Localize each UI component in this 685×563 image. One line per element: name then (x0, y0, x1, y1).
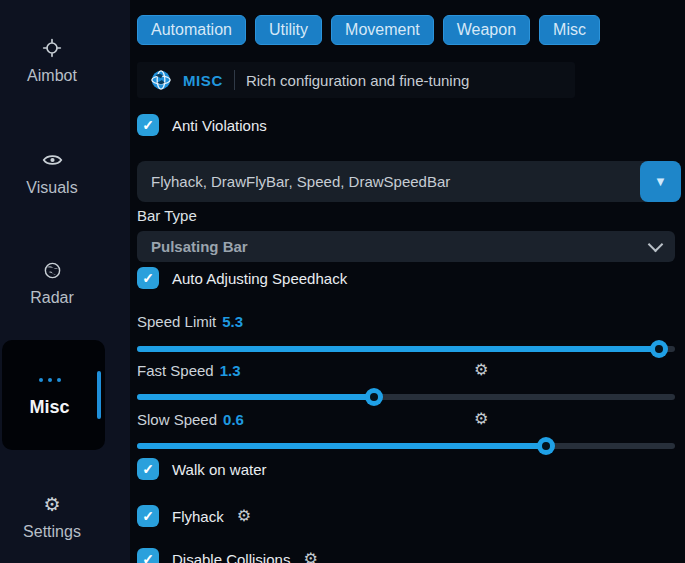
sidebar-item-misc-active[interactable]: Misc (2, 340, 105, 450)
active-indicator-bar (97, 371, 101, 419)
check-icon: ✓ (142, 508, 154, 524)
slider-value: 0.6 (223, 411, 244, 428)
slider-fill (137, 346, 659, 352)
ellipsis-icon (2, 378, 97, 382)
check-icon: ✓ (142, 551, 154, 563)
sidebar-item-label: Misc (2, 397, 97, 418)
check-icon: ✓ (142, 461, 154, 477)
tab-misc[interactable]: Misc (539, 15, 600, 45)
checkbox-label: Walk on water (172, 461, 266, 478)
flyhack-row: ✓ Flyhack ⚙ (137, 505, 251, 527)
slider-label-text: Speed Limit (137, 313, 216, 330)
anti-violations-checkbox[interactable]: ✓ (137, 114, 159, 136)
globe-icon (150, 69, 172, 91)
tab-automation[interactable]: Automation (137, 15, 246, 45)
tab-weapon[interactable]: Weapon (443, 15, 530, 45)
auto-adjusting-speedhack-row: ✓ Auto Adjusting Speedhack (137, 267, 347, 289)
bar-flags-select[interactable]: Flyhack, DrawFlyBar, Speed, DrawSpeedBar… (137, 161, 681, 202)
check-icon: ✓ (142, 117, 154, 133)
sidebar-item-label: Radar (0, 289, 104, 307)
bar-type-value: Pulsating Bar (151, 238, 248, 255)
speed-limit-label: Speed Limit5.3 (137, 313, 243, 331)
sidebar-item-visuals[interactable]: Visuals (0, 150, 104, 197)
slider-label-text: Fast Speed (137, 362, 214, 379)
gear-icon[interactable]: ⚙ (237, 508, 251, 524)
anti-violations-row: ✓ Anti Violations (137, 114, 267, 136)
crosshair-icon (0, 38, 104, 58)
section-title: MISC (183, 72, 223, 89)
checkbox-label: Flyhack (172, 508, 224, 525)
bar-type-label: Bar Type (137, 207, 197, 224)
sidebar-item-label: Aimbot (0, 67, 104, 85)
section-header: MISC Rich configuration and fine-tuning (137, 62, 575, 98)
disable-collisions-checkbox[interactable]: ✓ (137, 548, 159, 563)
sidebar: Aimbot Visuals Radar Mi (0, 0, 130, 563)
slider-label-text: Slow Speed (137, 411, 217, 428)
slider-thumb[interactable] (650, 340, 668, 358)
checkbox-label: Anti Violations (172, 117, 267, 134)
header-divider (234, 70, 235, 90)
walk-on-water-checkbox[interactable]: ✓ (137, 458, 159, 480)
checkbox-label: Disable Collisions (172, 551, 290, 563)
sidebar-item-label: Settings (0, 523, 104, 541)
globe-icon (0, 260, 104, 280)
chevron-down-icon (648, 237, 664, 253)
triangle-down-icon: ▼ (654, 174, 667, 189)
slider-thumb[interactable] (365, 388, 383, 406)
bar-flags-value: Flyhack, DrawFlyBar, Speed, DrawSpeedBar (137, 173, 640, 190)
slider-fill (137, 443, 546, 449)
tab-utility[interactable]: Utility (255, 15, 322, 45)
slow-speed-label: Slow Speed0.6 ⚙ (137, 411, 675, 429)
category-tabs: Automation Utility Movement Weapon Misc (137, 15, 600, 45)
gear-icon[interactable]: ⚙ (474, 411, 488, 427)
tab-movement[interactable]: Movement (331, 15, 434, 45)
sidebar-item-aimbot[interactable]: Aimbot (0, 38, 104, 85)
slider-fill (137, 394, 374, 400)
bar-type-select[interactable]: Pulsating Bar (137, 231, 675, 262)
fast-speed-slider[interactable] (137, 388, 675, 406)
disable-collisions-row: ✓ Disable Collisions ⚙ (137, 548, 318, 563)
cheat-menu-window: Aimbot Visuals Radar Mi (0, 0, 685, 563)
auto-adjusting-speedhack-checkbox[interactable]: ✓ (137, 267, 159, 289)
gear-icon[interactable]: ⚙ (303, 551, 317, 563)
sidebar-item-radar[interactable]: Radar (0, 260, 104, 307)
gear-icon[interactable]: ⚙ (474, 362, 488, 378)
fast-speed-label: Fast Speed1.3 ⚙ (137, 362, 675, 380)
sidebar-item-settings[interactable]: ⚙ Settings (0, 494, 104, 541)
slider-thumb[interactable] (537, 437, 555, 455)
section-subtitle: Rich configuration and fine-tuning (246, 72, 469, 89)
eye-icon (0, 150, 104, 170)
sidebar-item-label: Visuals (0, 179, 104, 197)
check-icon: ✓ (142, 270, 154, 286)
speed-limit-slider[interactable] (137, 340, 675, 358)
slider-value: 5.3 (222, 313, 243, 330)
checkbox-label: Auto Adjusting Speedhack (172, 270, 347, 287)
walk-on-water-row: ✓ Walk on water (137, 458, 266, 480)
gear-icon: ⚙ (0, 494, 104, 514)
main-panel: Automation Utility Movement Weapon Misc … (130, 0, 685, 563)
slider-value: 1.3 (220, 362, 241, 379)
dropdown-button[interactable]: ▼ (640, 161, 681, 202)
slow-speed-slider[interactable] (137, 437, 675, 455)
flyhack-checkbox[interactable]: ✓ (137, 505, 159, 527)
